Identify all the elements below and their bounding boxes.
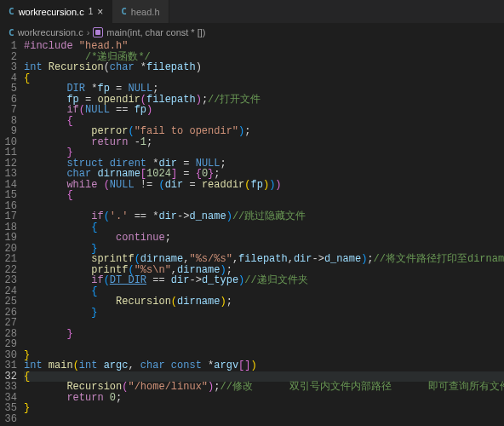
code-line[interactable]: } <box>24 329 504 340</box>
line-number: 23 <box>0 275 17 286</box>
line-number: 3 <box>0 62 17 73</box>
line-number: 25 <box>0 296 17 308</box>
line-number: 5 <box>0 83 17 95</box>
breadcrumb-file[interactable]: workrecursion.c <box>18 27 83 37</box>
code-line[interactable] <box>24 414 504 425</box>
code-line[interactable]: if(NULL == fp) <box>24 105 504 116</box>
line-number: 29 <box>0 339 17 350</box>
tab-bar: C workrecursion.c 1 × C head.h <box>0 0 504 24</box>
tab-label: head.h <box>131 7 160 17</box>
line-number: 9 <box>0 126 17 137</box>
line-number: 1 <box>0 41 17 52</box>
line-number: 21 <box>0 254 17 265</box>
breadcrumb[interactable]: C workrecursion.c › main(int, char const… <box>0 24 504 41</box>
code-line[interactable]: int Recursion(char *filepath) <box>24 62 504 73</box>
line-number: 27 <box>0 318 17 329</box>
tab-head-h[interactable]: C head.h <box>112 0 169 23</box>
c-file-icon: C <box>9 27 14 38</box>
code-content[interactable]: #include "head.h" /*递归函数*/int Recursion(… <box>24 41 504 426</box>
code-line[interactable] <box>24 318 504 329</box>
code-line[interactable]: return 0; <box>24 393 504 404</box>
line-number: 33 <box>0 382 17 393</box>
code-line[interactable]: } <box>24 403 504 414</box>
line-number: 35 <box>0 403 17 414</box>
c-file-icon: C <box>9 6 14 17</box>
line-number: 17 <box>0 211 17 222</box>
tab-label: workrecursion.c <box>19 7 84 17</box>
line-number: 19 <box>0 233 17 244</box>
line-number: 13 <box>0 169 17 180</box>
code-line[interactable]: { <box>24 190 504 201</box>
code-line[interactable]: int main(int argc, char const *argv[]) <box>24 360 504 371</box>
breadcrumb-symbol[interactable]: main(int, char const * []) <box>106 27 205 37</box>
code-line[interactable]: return -1; <box>24 137 504 148</box>
code-line[interactable]: while (NULL != (dir = readdir(fp))) <box>24 180 504 191</box>
c-file-icon: C <box>121 6 127 17</box>
line-number: 11 <box>0 147 17 158</box>
line-number: 31 <box>0 360 17 371</box>
close-icon[interactable]: × <box>97 7 103 17</box>
editor[interactable]: 1234567891011121314151617181920212223242… <box>0 41 504 426</box>
dirty-indicator: 1 <box>89 7 94 16</box>
line-number: 7 <box>0 105 17 116</box>
chevron-right-icon: › <box>87 27 90 37</box>
code-line[interactable]: } <box>24 308 504 319</box>
line-number: 15 <box>0 190 17 201</box>
code-line[interactable] <box>24 339 504 350</box>
line-number-gutter: 1234567891011121314151617181920212223242… <box>0 41 24 426</box>
line-number: 36 <box>0 414 17 425</box>
tab-workrecursion[interactable]: C workrecursion.c 1 × <box>0 0 112 23</box>
symbol-method-icon <box>93 27 103 37</box>
